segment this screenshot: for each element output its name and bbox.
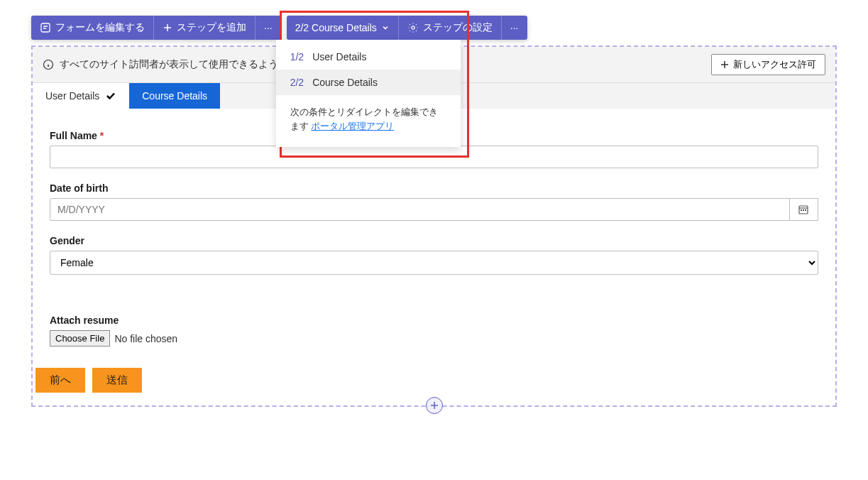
full-name-input[interactable] xyxy=(50,146,818,168)
gender-field: Gender Female xyxy=(50,235,818,275)
step-toolbar: 2/2 Course Details ステップの設定 ··· xyxy=(287,16,527,40)
step-more-button[interactable]: ··· xyxy=(502,16,527,40)
gender-label: Gender xyxy=(50,235,818,246)
new-permission-button[interactable]: 新しいアクセス許可 xyxy=(711,54,825,75)
resume-field: Attach resume Choose File No file chosen xyxy=(50,315,818,347)
step-index: 2/2 xyxy=(290,77,304,88)
tab-course-details[interactable]: Course Details xyxy=(129,83,220,109)
calendar-icon xyxy=(798,204,809,215)
step-item-course-details[interactable]: 2/2 Course Details xyxy=(276,70,461,95)
file-status-text: No file chosen xyxy=(114,333,177,344)
dob-field: Date of birth xyxy=(50,182,818,221)
resume-label: Attach resume xyxy=(50,315,818,326)
form-body: Full Name * Date of birth Gender Female … xyxy=(33,109,835,368)
ellipsis-icon: ··· xyxy=(264,22,273,33)
gear-icon xyxy=(407,22,419,33)
step-dropdown-panel: 1/2 User Details 2/2 Course Details 次の条件… xyxy=(276,40,461,147)
chevron-down-icon xyxy=(381,23,390,32)
plus-icon xyxy=(163,23,172,33)
tab-label: User Details xyxy=(45,90,99,102)
step-dropdown-label: 2/2 Course Details xyxy=(295,22,377,33)
ellipsis-icon: ··· xyxy=(510,22,519,33)
step-dropdown-note: 次の条件とリダイレクトを編集できます ポータル管理アプリ xyxy=(276,95,461,147)
step-settings-label: ステップの設定 xyxy=(423,21,493,34)
tab-label: Course Details xyxy=(142,90,207,102)
form-toolbar: フォームを編集する ステップを追加 ··· xyxy=(31,16,281,40)
edit-form-button[interactable]: フォームを編集する xyxy=(31,16,154,40)
submit-button[interactable]: 送信 xyxy=(92,368,142,393)
form-icon xyxy=(40,22,51,33)
svg-rect-5 xyxy=(803,209,804,211)
tab-user-details[interactable]: User Details xyxy=(33,83,129,109)
form-more-button[interactable]: ··· xyxy=(256,16,281,40)
portal-admin-link[interactable]: ポータル管理アプリ xyxy=(311,121,394,131)
step-name: Course Details xyxy=(312,77,378,88)
step-name: User Details xyxy=(312,51,366,62)
check-icon xyxy=(105,90,116,102)
new-permission-label: 新しいアクセス許可 xyxy=(733,58,816,71)
plus-icon xyxy=(720,60,729,69)
form-actions: 前へ 送信 xyxy=(33,368,835,393)
step-settings-button[interactable]: ステップの設定 xyxy=(399,16,502,40)
step-item-user-details[interactable]: 1/2 User Details xyxy=(276,44,461,70)
svg-point-1 xyxy=(412,26,414,29)
dob-label: Date of birth xyxy=(50,182,818,194)
add-step-label: ステップを追加 xyxy=(177,21,246,34)
edit-form-label: フォームを編集する xyxy=(55,21,145,34)
plus-icon xyxy=(430,401,439,410)
add-step-button[interactable]: ステップを追加 xyxy=(154,16,256,40)
info-icon xyxy=(43,59,54,70)
step-index: 1/2 xyxy=(290,51,304,62)
dob-calendar-button[interactable] xyxy=(790,198,818,221)
svg-rect-4 xyxy=(801,209,802,211)
svg-rect-6 xyxy=(805,209,806,211)
svg-rect-0 xyxy=(41,23,50,32)
required-marker: * xyxy=(100,130,104,141)
gender-select[interactable]: Female xyxy=(50,251,818,275)
previous-button[interactable]: 前へ xyxy=(35,368,85,393)
dob-input[interactable] xyxy=(50,198,790,221)
step-dropdown-button[interactable]: 2/2 Course Details xyxy=(287,16,399,40)
add-section-button[interactable] xyxy=(426,397,443,414)
choose-file-button[interactable]: Choose File xyxy=(50,330,110,347)
